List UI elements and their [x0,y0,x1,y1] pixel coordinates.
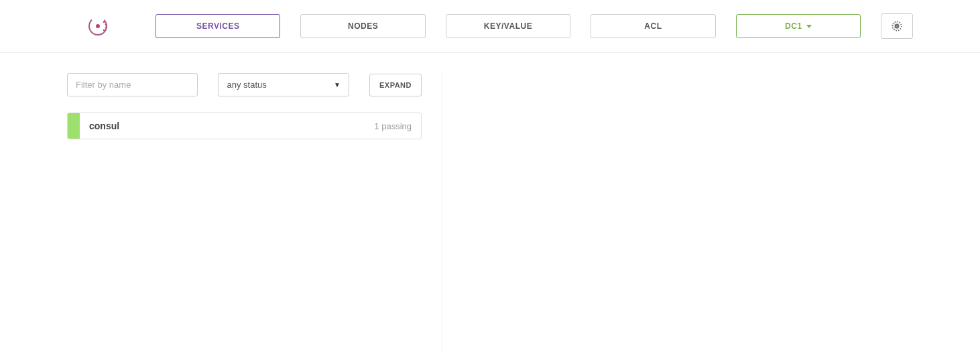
svg-point-4 [105,27,107,29]
status-filter-select[interactable]: any status ▼ [218,73,349,96]
gear-icon [891,20,903,32]
filter-row: any status ▼ EXPAND [67,73,422,96]
expand-button[interactable]: EXPAND [369,74,422,96]
status-indicator [68,113,80,139]
tab-acl[interactable]: ACL [591,14,715,38]
svg-point-8 [896,25,898,27]
filter-name-input[interactable] [67,73,198,96]
svg-point-5 [103,29,105,31]
service-row[interactable]: consul 1 passing [67,113,422,139]
service-name: consul [80,121,374,131]
nav-tabs: SERVICES NODES KEY/VALUE ACL DC1 [156,14,861,38]
tab-nodes[interactable]: NODES [300,14,425,38]
svg-point-2 [103,21,105,23]
status-filter-value: any status [227,80,266,90]
svg-point-3 [105,24,107,26]
settings-button[interactable] [881,13,913,39]
consul-logo [87,15,109,37]
tab-key-value[interactable]: KEY/VALUE [446,14,570,38]
service-status-text: 1 passing [374,121,421,131]
main-content: any status ▼ EXPAND consul 1 passing [0,53,980,354]
chevron-down-icon: ▼ [334,81,341,88]
tab-services[interactable]: SERVICES [156,14,280,38]
caret-down-icon [806,25,812,28]
top-nav-bar: SERVICES NODES KEY/VALUE ACL DC1 [0,0,980,53]
svg-point-1 [96,24,100,28]
services-pane: any status ▼ EXPAND consul 1 passing [67,73,442,354]
datacenter-selector[interactable]: DC1 [736,14,861,38]
datacenter-label: DC1 [785,21,802,31]
